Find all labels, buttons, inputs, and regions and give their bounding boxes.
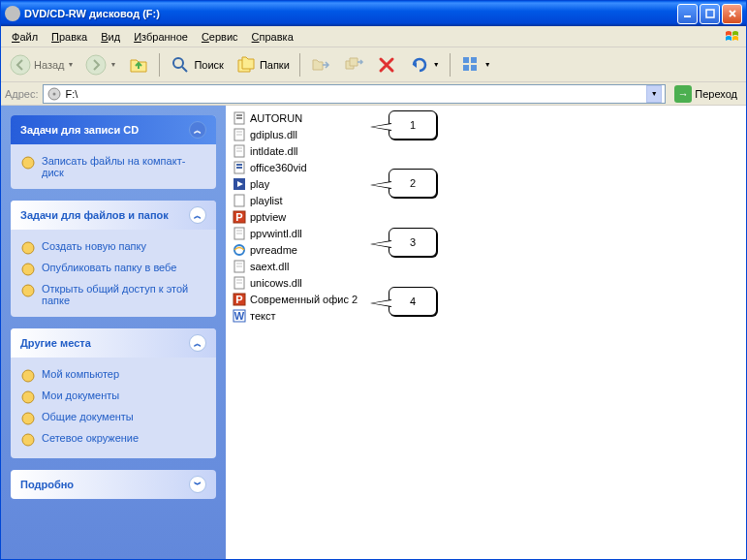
toolbar: Назад ▼ ▼ Поиск Папки <box>1 47 746 82</box>
task-icon <box>20 155 36 171</box>
svg-text:W: W <box>234 310 245 322</box>
file-item[interactable]: Ppptview <box>230 208 742 225</box>
task-icon <box>20 368 36 384</box>
address-input[interactable]: F:\ ▼ <box>43 84 667 104</box>
search-button[interactable]: Поиск <box>165 51 228 78</box>
menu-tools[interactable]: Сервис <box>195 29 245 45</box>
move-to-button[interactable] <box>305 51 336 78</box>
svg-point-12 <box>22 242 34 254</box>
menu-view[interactable]: Вид <box>94 29 127 45</box>
minimize-button[interactable] <box>677 4 698 24</box>
collapse-icon[interactable]: ︽ <box>189 334 206 352</box>
file-item[interactable]: play <box>230 175 742 192</box>
back-button[interactable]: Назад ▼ <box>5 51 78 78</box>
panel-title: Подробно <box>20 479 74 490</box>
explorer-window: DVD/CD-RW дисковод (F:) Файл Правка Вид … <box>0 0 747 560</box>
file-item[interactable]: gdiplus.dll <box>230 126 742 142</box>
panel-title: Другие места <box>20 337 91 349</box>
task-link[interactable]: Опубликовать папку в вебе <box>20 259 206 280</box>
task-icon <box>20 262 36 277</box>
file-icon <box>232 143 247 159</box>
file-item[interactable]: AUTORUN <box>230 109 742 126</box>
file-list[interactable]: AUTORUNgdiplus.dllintldate.dlloffice360v… <box>226 106 746 559</box>
forward-button[interactable]: ▼ <box>80 51 121 78</box>
task-label: Открыть общий доступ к этой папке <box>42 283 206 306</box>
chevron-down-icon: ▼ <box>484 61 491 68</box>
menu-help[interactable]: Справка <box>245 29 300 45</box>
menu-favorites[interactable]: Избранное <box>127 29 195 45</box>
file-icon <box>232 259 247 274</box>
file-item[interactable]: unicows.dll <box>230 274 742 291</box>
file-item[interactable]: PСовременный офис 2 <box>230 291 742 307</box>
collapse-icon[interactable]: ︽ <box>189 121 206 139</box>
panel-header[interactable]: Подробно︾ <box>11 470 216 499</box>
maximize-button[interactable] <box>700 4 720 24</box>
task-link[interactable]: Мой компьютер <box>20 365 206 387</box>
windows-flag-icon <box>723 27 742 47</box>
task-link[interactable]: Записать файлы на компакт-диск <box>20 152 206 181</box>
folders-icon <box>235 54 257 76</box>
file-item[interactable]: office360vid <box>230 159 742 175</box>
svg-rect-8 <box>471 65 477 71</box>
file-item[interactable]: intldate.dll <box>230 142 742 159</box>
svg-rect-42 <box>236 263 242 264</box>
forward-icon <box>85 54 107 76</box>
drive-icon <box>5 6 20 21</box>
move-to-icon <box>310 54 331 76</box>
panel-header[interactable]: Задачи для файлов и папок︽ <box>11 201 216 230</box>
file-item[interactable]: ppvwintl.dll <box>230 225 742 241</box>
menu-edit[interactable]: Правка <box>45 29 94 45</box>
file-icon <box>232 275 247 291</box>
collapse-icon[interactable]: ︾ <box>189 476 206 493</box>
file-item[interactable]: playlist <box>230 192 742 208</box>
address-dropdown[interactable]: ▼ <box>646 85 662 103</box>
svg-rect-24 <box>236 134 242 136</box>
collapse-icon[interactable]: ︽ <box>189 206 206 224</box>
task-label: Сетевое окружение <box>42 432 139 444</box>
panel-header[interactable]: Другие места︽ <box>11 328 216 358</box>
file-name: текст <box>250 310 276 322</box>
task-link[interactable]: Мои документы <box>20 387 206 408</box>
copy-to-button[interactable] <box>338 51 369 78</box>
folders-button[interactable]: Папки <box>231 51 295 78</box>
titlebar[interactable]: DVD/CD-RW дисковод (F:) <box>1 1 746 26</box>
task-label: Общие документы <box>42 411 134 422</box>
task-link[interactable]: Общие документы <box>20 408 206 429</box>
file-name: Современный офис 2 <box>250 294 358 305</box>
panel-header[interactable]: Задачи для записи CD︽ <box>11 115 216 144</box>
file-name: gdiplus.dll <box>250 129 297 140</box>
undo-button[interactable]: ▼ <box>404 51 445 78</box>
file-icon <box>232 193 247 208</box>
search-icon <box>170 54 191 76</box>
task-link[interactable]: Создать новую папку <box>20 237 206 259</box>
panel-body: Мой компьютерМои документыОбщие документ… <box>11 358 216 458</box>
task-icon <box>20 389 36 405</box>
file-item[interactable]: Wтекст <box>230 307 742 324</box>
svg-rect-45 <box>236 279 242 281</box>
svg-rect-39 <box>236 233 242 234</box>
svg-text:P: P <box>235 211 242 223</box>
file-name: pptview <box>250 211 286 223</box>
close-button[interactable] <box>722 4 742 24</box>
views-button[interactable]: ▼ <box>455 51 496 78</box>
svg-rect-43 <box>236 265 242 267</box>
file-name: play <box>250 178 269 190</box>
file-icon: W <box>232 308 247 324</box>
svg-point-16 <box>22 391 34 403</box>
file-item[interactable]: pvreadme <box>230 241 742 258</box>
file-name: intldate.dll <box>250 145 298 157</box>
svg-rect-20 <box>236 114 242 116</box>
svg-text:P: P <box>235 294 242 305</box>
task-link[interactable]: Сетевое окружение <box>20 429 206 451</box>
task-label: Мои документы <box>42 389 119 401</box>
svg-rect-6 <box>471 57 477 63</box>
svg-rect-38 <box>236 230 242 232</box>
go-button[interactable]: → Переход <box>669 83 742 105</box>
up-button[interactable] <box>123 51 154 78</box>
task-link[interactable]: Открыть общий доступ к этой папке <box>20 280 206 309</box>
file-item[interactable]: saext.dll <box>230 258 742 274</box>
svg-point-14 <box>22 285 34 296</box>
window-title: DVD/CD-RW дисковод (F:) <box>24 8 677 19</box>
delete-button[interactable] <box>371 51 402 78</box>
menu-file[interactable]: Файл <box>5 29 45 45</box>
